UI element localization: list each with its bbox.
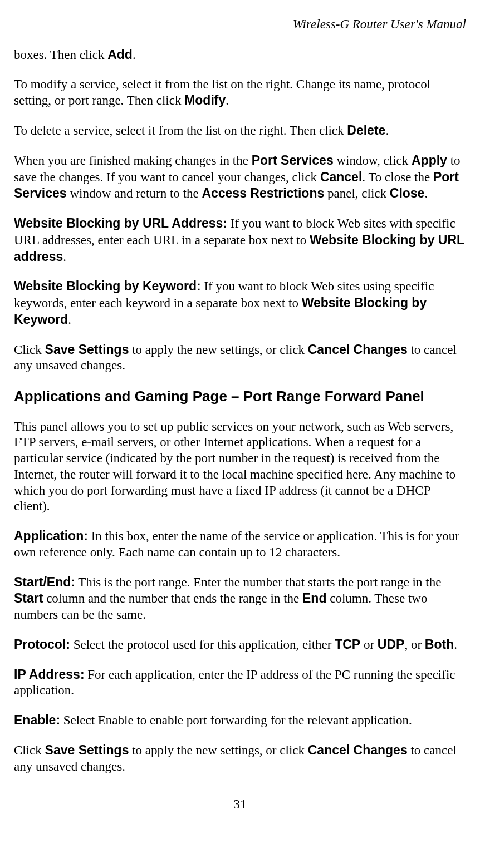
paragraph-start-end: Start/End: This is the port range. Enter… — [14, 574, 466, 623]
paragraph-protocol: Protocol: Select the protocol used for t… — [14, 637, 466, 653]
text: This is the port range. Enter the number… — [75, 575, 441, 589]
text: or — [360, 638, 378, 652]
bold-close: Close — [390, 186, 425, 200]
text: . To close the — [362, 170, 433, 184]
text: , or — [404, 638, 424, 652]
text: to apply the new settings, or click — [129, 343, 307, 357]
paragraph-enable: Enable: Select Enable to enable port for… — [14, 712, 466, 729]
bold-cancel: Cancel — [320, 170, 362, 184]
paragraph-application: Application: In this box, enter the name… — [14, 528, 466, 561]
text: To delete a service, select it from the … — [14, 124, 347, 137]
bold-add: Add — [107, 47, 133, 62]
section-heading: Applications and Gaming Page – Port Rang… — [14, 387, 466, 406]
paragraph-add: boxes. Then click Add. — [14, 47, 466, 63]
bold-save-settings: Save Settings — [45, 342, 129, 357]
text: . — [68, 313, 71, 327]
bold-modify: Modify — [184, 93, 226, 107]
text: to apply the new settings, or click — [129, 743, 307, 757]
paragraph-ip-address: IP Address: For each application, enter … — [14, 667, 466, 699]
paragraph-save-1: Click Save Settings to apply the new set… — [14, 342, 466, 374]
bold-url-heading: Website Blocking by URL Address: — [14, 216, 227, 230]
bold-protocol: Protocol: — [14, 637, 70, 652]
paragraph-panel-description: This panel allows you to set up public s… — [14, 419, 466, 515]
paragraph-delete: To delete a service, select it from the … — [14, 122, 466, 139]
bold-port-services: Port Services — [252, 153, 334, 167]
bold-udp: UDP — [378, 637, 405, 652]
paragraph-port-services: When you are finished making changes in … — [14, 152, 466, 202]
text: When you are finished making changes in … — [14, 154, 252, 167]
text: . — [424, 186, 428, 200]
text: . — [226, 93, 229, 107]
text: Click — [14, 343, 45, 357]
text: . — [385, 124, 389, 137]
bold-tcp: TCP — [335, 637, 360, 652]
page-number: 31 — [14, 797, 466, 813]
bold-apply: Apply — [412, 153, 447, 167]
bold-delete: Delete — [347, 123, 385, 137]
text: column and the number that ends the rang… — [43, 591, 302, 605]
bold-cancel-changes-2: Cancel Changes — [308, 743, 408, 757]
paragraph-save-2: Click Save Settings to apply the new set… — [14, 742, 466, 775]
text: window, click — [334, 154, 412, 167]
text: . — [133, 48, 136, 62]
bold-ip-address: IP Address: — [14, 667, 85, 682]
text: boxes. Then click — [14, 48, 107, 62]
bold-keyword-heading: Website Blocking by Keyword: — [14, 279, 201, 293]
text: Select the protocol used for this applic… — [70, 638, 335, 652]
document-header-title: Wireless-G Router User's Manual — [14, 17, 466, 33]
bold-save-settings-2: Save Settings — [45, 743, 129, 757]
bold-both: Both — [425, 637, 454, 652]
paragraph-url-blocking: Website Blocking by URL Address: If you … — [14, 215, 466, 265]
text: panel, click — [324, 186, 390, 200]
bold-start: Start — [14, 591, 43, 605]
text: Select Enable to enable port forwarding … — [60, 713, 412, 727]
bold-application: Application: — [14, 529, 88, 543]
text: window and return to the — [67, 186, 202, 200]
text: . — [63, 250, 66, 264]
paragraph-keyword-blocking: Website Blocking by Keyword: If you want… — [14, 278, 466, 328]
text: Click — [14, 743, 45, 757]
bold-end: End — [302, 591, 326, 605]
text: . — [454, 638, 457, 652]
paragraph-modify: To modify a service, select it from the … — [14, 77, 466, 110]
bold-cancel-changes: Cancel Changes — [308, 342, 408, 357]
bold-access-restrictions: Access Restrictions — [202, 186, 324, 200]
bold-start-end: Start/End: — [14, 575, 75, 589]
bold-enable: Enable: — [14, 713, 60, 727]
